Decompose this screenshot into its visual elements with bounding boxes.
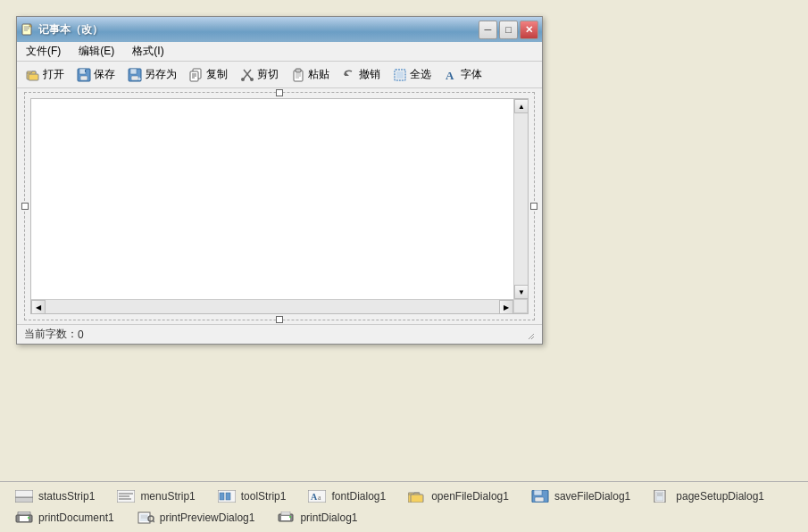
paste-label: 粘贴 — [308, 67, 329, 82]
scrollbar-up-btn[interactable]: ▲ — [514, 99, 529, 113]
copy-icon — [189, 68, 204, 82]
toolstrip1-label: toolStrip1 — [241, 490, 287, 503]
resize-grip[interactable] — [524, 329, 535, 340]
openfiledialog-icon — [407, 489, 427, 503]
component-fontdialog1[interactable]: A a fontDialog1 — [307, 489, 386, 503]
scrollbar-right-btn[interactable]: ▶ — [499, 300, 513, 314]
component-printpreviewdialog1[interactable]: printPreviewDialog1 — [136, 511, 255, 525]
save-label: 保存 — [94, 67, 115, 82]
svg-rect-48 — [411, 495, 423, 503]
toolbar-saveas[interactable]: + 另存为 — [122, 64, 182, 85]
menu-edit[interactable]: 编辑(E) — [73, 43, 120, 60]
menu-bar: 文件(F) 编辑(E) 格式(I) — [17, 42, 542, 62]
toolbar-cut[interactable]: 剪切 — [235, 64, 284, 85]
toolbar: 打开 保存 — [17, 62, 542, 88]
scrollbar-htrack — [46, 300, 499, 313]
toolbar-selectall[interactable]: 全选 — [387, 64, 437, 85]
svg-line-34 — [531, 337, 534, 339]
editor-outer-border: ▲ ▼ ◀ ▶ — [24, 92, 535, 320]
editor-inner-container: ▲ ▼ ◀ ▶ — [30, 98, 529, 314]
resize-handle-bottom[interactable] — [276, 316, 283, 323]
fontdialog-icon: A a — [307, 489, 327, 503]
toolbar-copy[interactable]: 复制 — [184, 64, 233, 85]
resize-handle-top[interactable] — [276, 89, 283, 96]
title-bar-text: 记事本（改） — [38, 22, 479, 37]
svg-rect-9 — [80, 76, 87, 80]
openfiledialog1-label: openFileDialog1 — [431, 490, 509, 503]
svg-rect-68 — [281, 516, 290, 520]
minimize-button[interactable]: ─ — [479, 21, 497, 39]
menu-format[interactable]: 格式(I) — [127, 43, 169, 60]
selectall-label: 全选 — [410, 67, 431, 82]
title-bar-icon — [21, 22, 35, 37]
notepad-window: 记事本（改） ─ □ ✕ 文件(F) 编辑(E) 格式(I) — [16, 16, 543, 345]
component-printdocument1[interactable]: printDocument1 — [14, 511, 114, 525]
savefiledialog1-label: saveFileDialog1 — [554, 490, 630, 503]
printdocument1-label: printDocument1 — [38, 511, 114, 524]
component-printdialog1[interactable]: printDialog1 — [276, 511, 357, 525]
toolbar-open[interactable]: 打开 — [21, 64, 70, 85]
component-menustrip1[interactable]: menuStrip1 — [116, 489, 195, 503]
svg-rect-10 — [85, 70, 86, 72]
component-savefiledialog1[interactable]: saveFileDialog1 — [530, 489, 630, 503]
cut-icon — [240, 68, 254, 82]
title-bar: 记事本（改） ─ □ ✕ — [17, 17, 542, 42]
svg-rect-31 — [396, 71, 404, 79]
component-pagesetupdialog1[interactable]: pageSetupDialog1 — [652, 489, 764, 503]
component-toolstrip1[interactable]: toolStrip1 — [217, 489, 287, 503]
toolbar-undo[interactable]: 撤销 — [337, 64, 386, 85]
scrollbar-left-btn[interactable]: ◀ — [31, 300, 46, 314]
font-label: 字体 — [461, 67, 482, 82]
svg-point-60 — [28, 517, 29, 519]
scrollbar-track — [514, 113, 528, 285]
selectall-icon — [393, 68, 407, 82]
fontdialog1-label: fontDialog1 — [331, 490, 386, 503]
svg-rect-51 — [535, 497, 544, 502]
printdocument-icon — [14, 511, 34, 525]
resize-handle-right[interactable] — [530, 203, 537, 210]
save-icon — [77, 68, 91, 82]
svg-point-70 — [289, 516, 291, 518]
text-editor[interactable] — [31, 99, 513, 313]
char-count-value: 0 — [78, 328, 84, 341]
scrollbar-vertical: ▲ ▼ — [513, 99, 528, 299]
savefiledialog-icon — [530, 489, 550, 503]
printpreviewdialog-icon — [136, 511, 155, 525]
menu-file[interactable]: 文件(F) — [21, 43, 66, 60]
toolbar-paste[interactable]: 粘贴 — [286, 64, 335, 85]
svg-line-66 — [153, 520, 154, 522]
svg-rect-6 — [29, 74, 38, 80]
resize-handle-left[interactable] — [21, 203, 29, 210]
statusstrip1-label: statusStrip1 — [38, 490, 95, 503]
open-icon — [26, 68, 40, 82]
svg-rect-50 — [534, 490, 542, 495]
title-bar-buttons: ─ □ ✕ — [479, 21, 538, 39]
font-icon: A — [444, 68, 458, 82]
svg-rect-43 — [226, 493, 230, 500]
svg-text:+: + — [137, 76, 141, 82]
svg-point-23 — [250, 78, 254, 81]
close-button[interactable]: ✕ — [520, 21, 538, 39]
svg-rect-42 — [220, 493, 224, 500]
cut-label: 剪切 — [257, 67, 279, 82]
scrollbar-down-btn[interactable]: ▼ — [514, 285, 529, 299]
svg-point-22 — [241, 78, 245, 81]
component-openfiledialog1[interactable]: openFileDialog1 — [407, 489, 509, 503]
paste-icon — [291, 68, 305, 82]
maximize-button[interactable]: □ — [499, 21, 518, 39]
copy-label: 复制 — [206, 67, 228, 82]
svg-rect-35 — [15, 497, 33, 503]
pagesetupdialog-icon — [652, 489, 671, 503]
printdialog1-label: printDialog1 — [300, 511, 357, 524]
svg-marker-29 — [345, 71, 349, 76]
toolbar-font[interactable]: A 字体 — [438, 64, 487, 85]
menustrip-icon — [116, 489, 136, 503]
undo-icon — [342, 68, 356, 82]
toolbar-save[interactable]: 保存 — [71, 64, 121, 85]
component-statusstrip1[interactable]: statusStrip1 — [14, 489, 95, 503]
svg-rect-59 — [20, 516, 29, 521]
status-bar: 当前字数： 0 — [17, 324, 542, 344]
printdialog-icon — [276, 511, 296, 525]
desktop: 记事本（改） ─ □ ✕ 文件(F) 编辑(E) 格式(I) — [0, 0, 808, 532]
svg-rect-12 — [130, 69, 137, 74]
